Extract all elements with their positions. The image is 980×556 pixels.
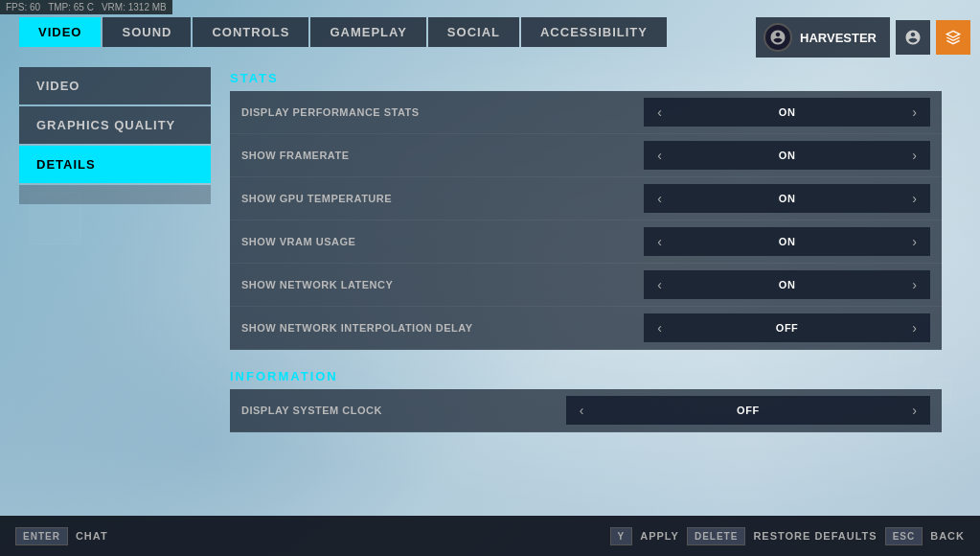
right-arrow-vram[interactable]: › [908,234,921,249]
row-value-cell-framerate: ‹ ON › [632,134,942,177]
tmp-counter: TMP: 65 C [48,2,94,12]
delete-key-badge: DELETE [687,527,745,545]
sidebar-item-video[interactable]: VIDEO [19,67,211,104]
back-label: BACK [930,530,965,542]
person-icon [904,29,922,46]
nav-tabs: VIDEO SOUND CONTROLS GAMEPLAY SOCIAL ACC… [19,17,667,47]
left-arrow-gpu-temp[interactable]: ‹ [653,191,666,206]
chat-label: CHAT [76,530,108,542]
row-label-system-clock: DISPLAY SYSTEM CLOCK [230,389,555,432]
table-row: DISPLAY PERFORMANCE STATS ‹ ON › [230,91,942,134]
information-table: DISPLAY SYSTEM CLOCK ‹ OFF › [230,389,942,432]
player-name: HARVESTER [800,31,877,45]
value-interpolation-delay: OFF [666,322,909,334]
information-section-title: INFORMATION [230,369,942,383]
value-control-system-clock: ‹ OFF › [566,396,930,425]
stats-table: DISPLAY PERFORMANCE STATS ‹ ON › SHOW FR… [230,91,942,350]
back-action: ESC BACK [885,527,965,545]
content-panel: STATS DISPLAY PERFORMANCE STATS ‹ ON › [211,67,961,513]
tab-controls[interactable]: CONTROLS [193,17,308,47]
row-value-cell-system-clock: ‹ OFF › [555,389,942,432]
bottom-right-actions: Y APPLY DELETE RESTORE DEFAULTS ESC BACK [610,527,965,545]
enter-key-badge: ENTER [15,527,68,545]
tab-video[interactable]: VIDEO [19,17,101,47]
row-value-cell-network-latency: ‹ ON › [632,264,942,307]
table-row: DISPLAY SYSTEM CLOCK ‹ OFF › [230,389,942,432]
value-control-display-perf: ‹ ON › [644,98,930,127]
tab-accessibility[interactable]: ACCESSIBILITY [521,17,667,47]
row-value-cell-display-perf: ‹ ON › [632,91,942,134]
value-gpu-temp: ON [666,193,909,204]
value-control-interpolation-delay: ‹ OFF › [644,313,930,342]
sidebar-item-graphics-quality[interactable]: GRAPHICS QUALITY [19,106,211,144]
top-right-area: HARVESTER [756,17,970,58]
table-row: SHOW GPU TEMPERATURE ‹ ON › [230,177,942,220]
left-arrow-framerate[interactable]: ‹ [653,148,666,163]
left-arrow-display-perf[interactable]: ‹ [653,104,666,120]
right-arrow-interpolation-delay[interactable]: › [908,320,921,336]
right-arrow-network-latency[interactable]: › [908,277,921,292]
apply-label: APPLY [640,530,679,542]
right-arrow-framerate[interactable]: › [908,148,921,163]
notification-button[interactable] [936,20,970,55]
apply-action: Y APPLY [610,527,679,545]
restore-action: DELETE RESTORE DEFAULTS [687,527,877,545]
table-row: SHOW FRAMERATE ‹ ON › [230,134,942,177]
tab-social[interactable]: SOCIAL [428,17,519,47]
row-value-cell-interpolation-delay: ‹ OFF › [632,307,942,350]
row-label-framerate: SHOW FRAMERATE [230,134,632,177]
table-row: SHOW NETWORK LATENCY ‹ ON › [230,264,942,307]
value-framerate: ON [666,150,909,161]
value-system-clock: OFF [587,405,908,416]
row-value-cell-vram: ‹ ON › [632,220,942,264]
row-label-interpolation-delay: SHOW NETWORK INTERPOLATION DELAY [230,307,632,350]
sidebar-item-details[interactable]: DETAILS [19,146,211,183]
value-control-framerate: ‹ ON › [644,141,930,170]
right-arrow-display-perf[interactable]: › [908,104,921,120]
notification-icon [946,30,961,45]
left-arrow-network-latency[interactable]: ‹ [653,277,666,292]
settings-icon-button[interactable] [896,20,930,55]
main-content: VIDEO GRAPHICS QUALITY DETAILS STATS DIS… [19,67,961,513]
player-badge: HARVESTER [756,17,890,58]
bottom-bar: ENTER CHAT Y APPLY DELETE RESTORE DEFAUL… [0,516,980,556]
restore-label: RESTORE DEFAULTS [753,530,877,542]
row-label-display-perf: DISPLAY PERFORMANCE STATS [230,91,632,134]
sidebar: VIDEO GRAPHICS QUALITY DETAILS [19,67,211,513]
stats-section-title: STATS [230,71,942,85]
row-value-cell-gpu-temp: ‹ ON › [632,177,942,220]
value-control-gpu-temp: ‹ ON › [644,184,930,213]
stats-section: STATS DISPLAY PERFORMANCE STATS ‹ ON › [230,71,942,350]
value-control-network-latency: ‹ ON › [644,270,930,299]
bottom-left-actions: ENTER CHAT [15,527,108,545]
row-label-network-latency: SHOW NETWORK LATENCY [230,264,632,307]
value-control-vram: ‹ ON › [644,227,930,256]
tab-gameplay[interactable]: GAMEPLAY [310,17,425,47]
status-bar: FPS: 60 TMP: 65 C VRM: 1312 MB [0,0,172,14]
value-network-latency: ON [666,279,909,290]
left-arrow-vram[interactable]: ‹ [653,234,666,249]
table-row: SHOW NETWORK INTERPOLATION DELAY ‹ OFF › [230,307,942,350]
fps-counter: FPS: 60 [6,2,40,12]
esc-key-badge: ESC [885,527,923,545]
vram-counter: VRM: 1312 MB [102,2,167,12]
tab-sound[interactable]: SOUND [103,17,191,47]
left-arrow-system-clock[interactable]: ‹ [576,403,588,418]
table-row: SHOW VRAM USAGE ‹ ON › [230,220,942,264]
left-arrow-interpolation-delay[interactable]: ‹ [653,320,666,336]
game-logo [763,23,792,52]
information-section: INFORMATION DISPLAY SYSTEM CLOCK ‹ OFF › [230,369,942,432]
sidebar-spacer [19,185,211,204]
value-vram: ON [666,236,909,247]
row-label-gpu-temp: SHOW GPU TEMPERATURE [230,177,632,220]
value-display-perf: ON [666,106,909,118]
right-arrow-gpu-temp[interactable]: › [908,191,921,206]
overwatch-logo-icon [769,29,786,46]
row-label-vram: SHOW VRAM USAGE [230,220,632,264]
right-arrow-system-clock[interactable]: › [908,403,921,418]
apply-key-badge: Y [610,527,633,545]
